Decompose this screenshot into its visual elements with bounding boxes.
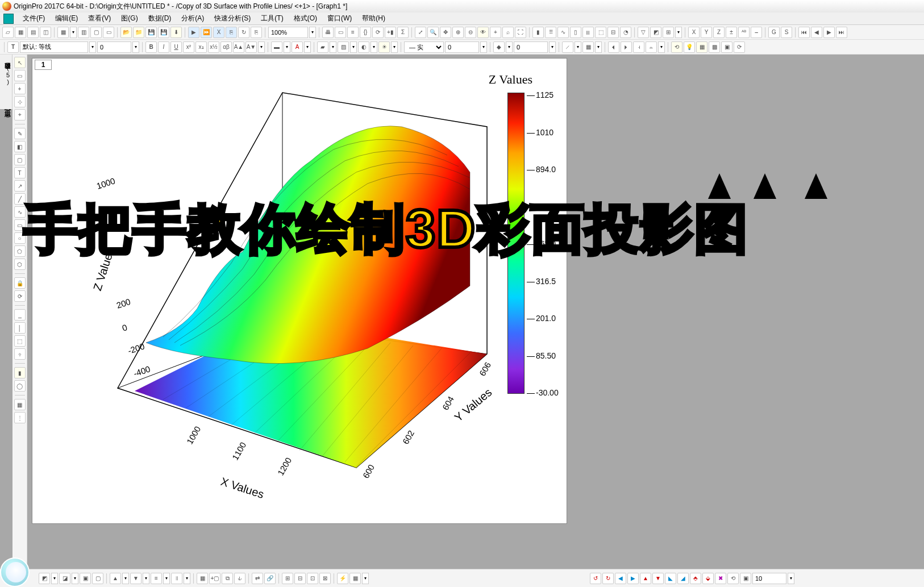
- reader-tool[interactable]: +: [14, 83, 26, 94]
- new-notes-button[interactable]: ▭: [103, 27, 114, 38]
- front-dropdown[interactable]: ▾: [122, 573, 129, 584]
- greek-button[interactable]: αβ: [220, 41, 232, 53]
- import-wizard-button[interactable]: ⬇: [170, 27, 182, 38]
- new-folder-button[interactable]: ▦: [15, 27, 26, 38]
- mask-points-button[interactable]: ◩: [39, 573, 50, 584]
- menu-help[interactable]: 帮助(H): [357, 13, 390, 24]
- 3d-proj-button[interactable]: ▣: [721, 41, 732, 53]
- font-extra-dropdown[interactable]: ▾: [258, 41, 265, 53]
- font-color-button[interactable]: A: [292, 41, 303, 53]
- extract-button[interactable]: ⫠: [646, 41, 657, 53]
- subscript-button[interactable]: x₂: [195, 41, 207, 53]
- merge-button[interactable]: ⫞: [633, 41, 644, 53]
- rot-ccw-z-button[interactable]: ↺: [590, 573, 601, 584]
- ungroup-button[interactable]: ▢: [92, 573, 103, 584]
- line-width-dropdown[interactable]: ▾: [480, 41, 487, 53]
- next-button[interactable]: ▶: [823, 27, 835, 38]
- more-tool[interactable]: ⋮: [14, 412, 26, 423]
- symbol-dropdown[interactable]: ▾: [506, 41, 513, 53]
- add-layer-button[interactable]: +▢: [209, 573, 220, 584]
- filter-button[interactable]: ▽: [638, 27, 649, 38]
- back-dropdown[interactable]: ▾: [143, 573, 149, 584]
- underline-button[interactable]: U: [170, 41, 182, 53]
- menu-data[interactable]: 数据(D): [144, 13, 176, 24]
- data-reader-button[interactable]: +: [490, 27, 501, 38]
- back-button[interactable]: ▼: [130, 573, 141, 584]
- skip-right-button[interactable]: ⏵: [621, 41, 632, 53]
- z-col-button[interactable]: Z: [713, 27, 725, 38]
- unmask-dropdown[interactable]: ▾: [72, 573, 78, 584]
- g-button[interactable]: G: [768, 27, 780, 38]
- menu-file[interactable]: 文件(F): [18, 13, 49, 24]
- new-workbook-button[interactable]: ▤: [27, 27, 39, 38]
- col-plot-button[interactable]: ▮: [532, 27, 544, 38]
- pointer-tool[interactable]: ↖: [14, 57, 26, 68]
- graph-window[interactable]: 1 Z Values 1125 1010 894.0 778.5 663.0 3…: [32, 58, 567, 524]
- new-excel-button[interactable]: ▥: [78, 27, 89, 38]
- open-template-button[interactable]: 📁: [133, 27, 144, 38]
- new-layout-button[interactable]: ▢: [90, 27, 102, 38]
- 3d-rotate-button[interactable]: ⟲: [671, 41, 682, 53]
- symbol-size-dropdown[interactable]: ▾: [549, 41, 556, 53]
- find-button[interactable]: 🔍: [427, 27, 439, 38]
- refresh-button[interactable]: ↻: [238, 27, 249, 38]
- aa-dropdown[interactable]: ▾: [575, 41, 581, 53]
- color-scale-tool[interactable]: ▮: [14, 367, 26, 378]
- region-tool[interactable]: ▢: [14, 154, 26, 165]
- increase-font-button[interactable]: A▲: [233, 41, 244, 53]
- save-button[interactable]: 💾: [145, 27, 157, 38]
- font-size-dropdown[interactable]: ▾: [132, 41, 139, 53]
- distribute-button[interactable]: ⫴: [171, 573, 182, 584]
- err-col-button[interactable]: ±: [726, 27, 737, 38]
- fit-button[interactable]: ✖: [715, 573, 726, 584]
- palette-button[interactable]: ▦: [582, 41, 594, 53]
- col-box-button[interactable]: ⊟: [607, 27, 619, 38]
- 3d-surface-plot[interactable]: Z Values X Values Y Values 1000 200 0 -2…: [49, 81, 550, 513]
- menu-quick[interactable]: 快速分析(S): [210, 13, 255, 24]
- roi-tool[interactable]: ⬚: [14, 335, 26, 347]
- line-color-dropdown[interactable]: ▾: [284, 41, 290, 53]
- draw-data-tool[interactable]: ✎: [14, 128, 26, 139]
- gradient-dropdown[interactable]: ▾: [371, 41, 377, 53]
- persp-dec-button[interactable]: ⬙: [702, 573, 714, 584]
- zoom-rect-tool[interactable]: ▭: [14, 70, 26, 81]
- rot-left-button[interactable]: ◀: [615, 573, 626, 584]
- 3d-light-button[interactable]: 💡: [684, 41, 695, 53]
- print-button[interactable]: 🖶: [322, 27, 334, 38]
- recalc-button[interactable]: ⟳: [372, 27, 384, 38]
- col-bar-button[interactable]: ▯: [570, 27, 581, 38]
- mask-button[interactable]: ◩: [650, 27, 661, 38]
- new-matrix-button[interactable]: ▦: [57, 27, 69, 38]
- palette-dropdown[interactable]: ▾: [595, 41, 602, 53]
- rot-cw-z-button[interactable]: ↻: [602, 573, 614, 584]
- scale3-button[interactable]: ⊡: [307, 573, 318, 584]
- digitize-button[interactable]: ⛶: [515, 27, 526, 38]
- layer-tab-1[interactable]: 1: [35, 60, 52, 70]
- mag-button[interactable]: ⌕: [502, 27, 514, 38]
- group-button[interactable]: ▣: [80, 573, 91, 584]
- text-annot-tool[interactable]: T: [14, 167, 26, 178]
- supersub-button[interactable]: x½: [208, 41, 219, 53]
- align-button[interactable]: ≡: [151, 573, 162, 584]
- pattern-dropdown[interactable]: ▾: [350, 41, 357, 53]
- speedmode-button[interactable]: ⚡: [337, 573, 348, 584]
- anti-alias-button[interactable]: ⟋: [562, 41, 573, 53]
- code-builder-button[interactable]: {}: [360, 27, 371, 38]
- project-manager-tab[interactable]: 项目管理器 (5): [0, 55, 13, 89]
- light-dropdown[interactable]: ▾: [391, 41, 398, 53]
- insert-obj-tool[interactable]: ⎀: [14, 348, 26, 360]
- scale1-button[interactable]: ⊞: [282, 573, 293, 584]
- vline-tool[interactable]: │: [14, 322, 26, 334]
- text-tool-button[interactable]: T: [7, 41, 19, 53]
- front-button[interactable]: ▲: [110, 573, 121, 584]
- layer-mgmt-button[interactable]: ▦: [197, 573, 208, 584]
- import-excel-button[interactable]: X: [213, 27, 224, 38]
- zoom-select[interactable]: [268, 27, 308, 38]
- hline-tool[interactable]: ⎯: [14, 309, 26, 320]
- hint-log-tab[interactable]: 提示日志: [0, 102, 13, 109]
- new-graph-button[interactable]: ◫: [40, 27, 51, 38]
- fill-color-dropdown[interactable]: ▾: [330, 41, 336, 53]
- batch-button[interactable]: ⎘: [226, 27, 237, 38]
- mask-dropdown[interactable]: ▾: [51, 573, 58, 584]
- last-button[interactable]: ⏭: [836, 27, 847, 38]
